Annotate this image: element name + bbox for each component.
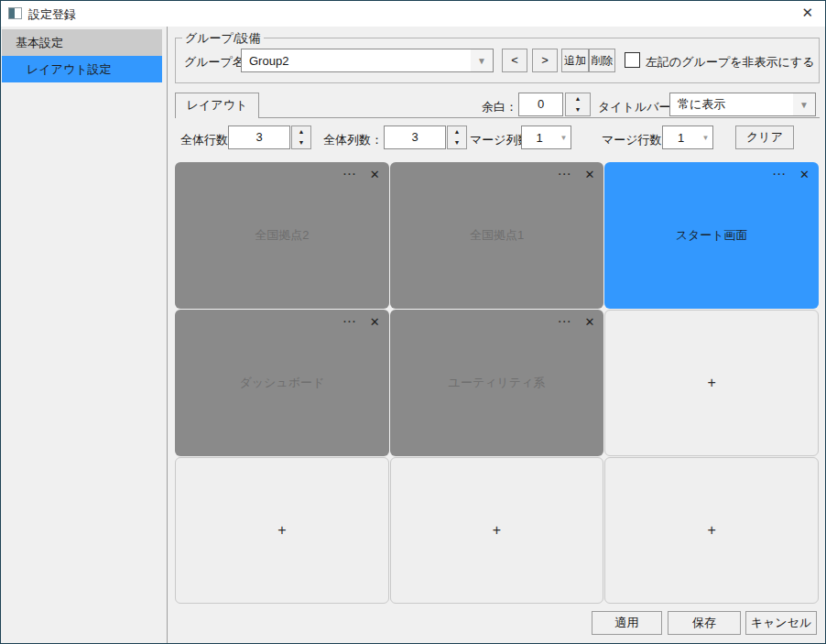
- cell-label: 全国拠点1: [390, 227, 604, 244]
- close-icon[interactable]: ✕: [584, 315, 594, 329]
- stepper-up-icon[interactable]: ▲: [292, 126, 310, 137]
- layout-cell[interactable]: ⋯✕ +: [390, 457, 604, 604]
- layout-cell[interactable]: ⋯✕ +: [604, 457, 819, 604]
- add-icon: +: [605, 522, 818, 539]
- merge-rows-value: 1: [663, 131, 699, 145]
- merge-rows-combobox[interactable]: 1 ▼: [662, 126, 713, 149]
- close-icon[interactable]: ✕: [370, 315, 380, 329]
- fieldset-legend: グループ/設備: [182, 30, 264, 47]
- hide-group-checkbox[interactable]: [625, 52, 640, 68]
- more-icon[interactable]: ⋯: [557, 313, 571, 330]
- add-icon: +: [605, 375, 818, 391]
- group-name-combobox[interactable]: Group2 ▼: [241, 49, 494, 72]
- title-bar: 設定登録 ✕: [1, 1, 825, 27]
- window-title: 設定登録: [28, 6, 76, 23]
- apply-button[interactable]: 適用: [592, 611, 662, 635]
- cell-label: 全国拠点2: [175, 227, 389, 244]
- cancel-button[interactable]: キャンセル: [745, 611, 817, 635]
- margin-label: 余白：: [470, 99, 517, 115]
- more-icon[interactable]: ⋯: [557, 166, 571, 182]
- sidebar-item-basic-settings[interactable]: 基本設定: [2, 29, 162, 56]
- main-pane: グループ/設備 グループ名： Group2 ▼ < > 追加 削除 左記のグルー…: [168, 27, 826, 644]
- hide-group-checkbox-label: 左記のグループを非表示にする: [646, 54, 814, 71]
- layout-cell[interactable]: ⋯✕ ダッシュボード +: [175, 310, 389, 456]
- add-group-button[interactable]: 追加: [561, 49, 589, 72]
- layout-cell[interactable]: ⋯✕ ユーティリティ系 +: [390, 310, 604, 456]
- window-icon: [8, 7, 22, 19]
- cell-label: スタート画面: [604, 227, 819, 244]
- sidebar-item-label: レイアウト設定: [27, 62, 112, 76]
- close-icon[interactable]: ✕: [801, 5, 813, 21]
- add-icon: +: [391, 522, 603, 539]
- merge-cols-value: 1: [522, 131, 557, 145]
- more-icon[interactable]: ⋯: [342, 313, 357, 330]
- tab-divider: [175, 117, 820, 118]
- layout-cell[interactable]: ⋯✕ スタート画面 +: [604, 162, 819, 309]
- layout-cell[interactable]: ⋯✕ 全国拠点2 +: [175, 162, 389, 309]
- more-icon[interactable]: ⋯: [772, 166, 787, 182]
- sidebar-item-layout-settings[interactable]: レイアウト設定: [2, 56, 162, 82]
- stepper-up-icon[interactable]: ▲: [566, 93, 590, 104]
- settings-sidebar: 基本設定 レイアウト設定: [1, 27, 168, 644]
- chevron-down-icon[interactable]: ▼: [471, 49, 493, 71]
- save-button[interactable]: 保存: [668, 611, 741, 635]
- total-cols-label: 全体列数：: [323, 132, 383, 148]
- group-name-value: Group2: [242, 54, 471, 68]
- layout-grid: ⋯✕ 全国拠点2 + ⋯✕ 全国拠点1 + ⋯✕ スタート画面 + ⋯✕ ダッシ…: [175, 162, 819, 604]
- chevron-down-icon[interactable]: ▼: [699, 126, 712, 148]
- delete-group-button[interactable]: 削除: [589, 49, 615, 72]
- cell-label: ユーティリティ系: [390, 375, 604, 391]
- clear-button[interactable]: クリア: [735, 126, 794, 149]
- titlebar-mode-value: 常に表示: [670, 96, 793, 113]
- add-icon: +: [176, 522, 388, 539]
- sidebar-item-label: 基本設定: [16, 36, 63, 49]
- cell-label: ダッシュボード: [175, 375, 389, 391]
- next-group-button[interactable]: >: [532, 49, 558, 72]
- total-rows-input[interactable]: 3: [228, 126, 290, 149]
- total-cols-stepper[interactable]: ▲ ▼: [447, 126, 467, 149]
- layout-cell[interactable]: ⋯✕ +: [175, 457, 389, 604]
- settings-registration-window: 設定登録 ✕ 基本設定 レイアウト設定 グループ/設備 グループ名： Group…: [0, 0, 826, 644]
- close-icon[interactable]: ✕: [370, 168, 380, 181]
- stepper-down-icon[interactable]: ▼: [292, 137, 310, 148]
- total-rows-stepper[interactable]: ▲ ▼: [291, 126, 311, 149]
- stepper-up-icon[interactable]: ▲: [448, 126, 466, 137]
- stepper-down-icon[interactable]: ▼: [448, 137, 466, 148]
- prev-group-button[interactable]: <: [502, 49, 527, 72]
- more-icon[interactable]: ⋯: [342, 166, 357, 182]
- close-icon[interactable]: ✕: [584, 168, 594, 181]
- titlebar-mode-combobox[interactable]: 常に表示 ▼: [669, 93, 816, 116]
- layout-cell[interactable]: ⋯✕ +: [604, 310, 819, 456]
- close-icon[interactable]: ✕: [799, 168, 810, 181]
- chevron-down-icon[interactable]: ▼: [793, 93, 815, 115]
- total-cols-input[interactable]: 3: [384, 126, 446, 149]
- margin-input[interactable]: 0: [518, 93, 563, 116]
- margin-stepper[interactable]: ▲ ▼: [565, 93, 591, 116]
- chevron-down-icon[interactable]: ▼: [557, 126, 571, 148]
- layout-cell[interactable]: ⋯✕ 全国拠点1 +: [390, 162, 604, 309]
- group-equipment-fieldset: グループ/設備 グループ名： Group2 ▼ < > 追加 削除 左記のグルー…: [175, 38, 820, 83]
- merge-cols-combobox[interactable]: 1 ▼: [521, 126, 571, 149]
- tab-layout[interactable]: レイアウト: [175, 93, 259, 118]
- stepper-down-icon[interactable]: ▼: [566, 104, 590, 115]
